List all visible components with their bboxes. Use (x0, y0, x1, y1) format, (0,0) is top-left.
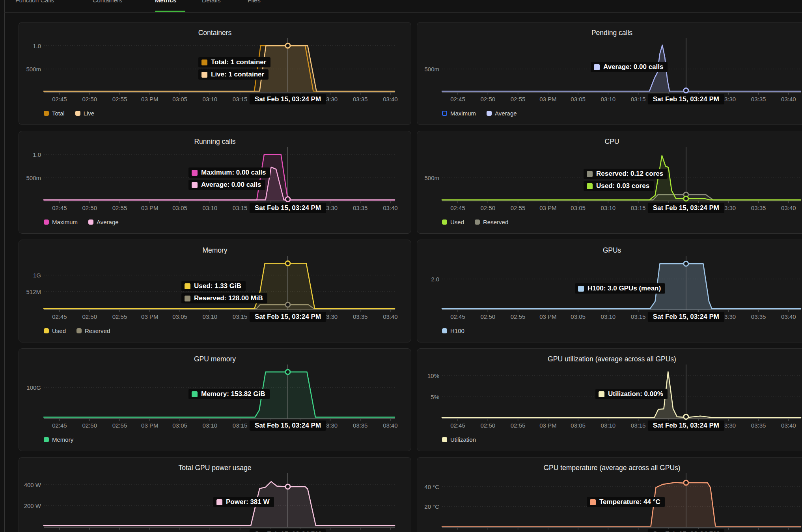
chart-legend: Memory (44, 436, 73, 443)
chart-legend: MaximumAverage (442, 110, 517, 117)
series-swatch (192, 391, 198, 397)
series-tooltip: Utilization: 0.00% (595, 389, 668, 401)
hover-marker (285, 261, 290, 266)
series-swatch (587, 171, 593, 177)
tooltip-row: Used: 1.33 GiB (181, 281, 246, 291)
hover-marker (684, 196, 688, 201)
legend-item-live[interactable]: Live (75, 110, 95, 117)
y-axis-label: 500m (26, 175, 41, 181)
tooltip-row: H100: 3.0 GPUs (mean) (575, 283, 665, 294)
legend-item-total[interactable]: Total (44, 110, 65, 117)
y-axis-label: 5% (431, 393, 439, 400)
y-axis-labels: 400 W200 W (19, 458, 41, 527)
series-swatch (590, 499, 596, 505)
y-axis-label: 40 °C (424, 483, 439, 490)
legend-swatch (44, 437, 49, 442)
tab-function-calls[interactable]: Function Calls (15, 0, 54, 5)
tooltip-row: Average: 0.00 calls (591, 62, 668, 72)
series-swatch (185, 296, 190, 301)
y-axis-labels: 1G512M (19, 240, 41, 310)
series-swatch (578, 286, 584, 292)
legend-item-average[interactable]: Average (487, 110, 517, 117)
legend-item-memory[interactable]: Memory (44, 436, 73, 443)
y-axis-labels: 40 °C20 °C (417, 458, 439, 527)
crosshair-date-tooltip: Sat Feb 15, 03:24 PM (648, 94, 724, 104)
legend-item-h100[interactable]: H100 (442, 327, 464, 334)
y-axis-labels: 2.0 (417, 240, 439, 310)
series-swatch (201, 60, 207, 65)
plot-area[interactable] (442, 349, 801, 426)
series-tooltip: Maximum: 0.00 callsAverage: 0.00 calls (188, 167, 270, 192)
series-swatch (192, 182, 198, 188)
plot-area[interactable] (44, 458, 395, 532)
legend-item-reserved[interactable]: Reserved (76, 327, 110, 334)
series-swatch (594, 64, 600, 70)
series-swatch (185, 283, 190, 289)
page-left-border (4, 0, 5, 532)
y-axis-label: 1G (33, 272, 41, 279)
legend-swatch (442, 219, 447, 225)
tooltip-row: Used: 0.03 cores (584, 181, 654, 191)
series-tooltip: Total: 1 containerLive: 1 container (198, 57, 270, 82)
y-axis-label: 20 °C (424, 503, 439, 510)
legend-swatch (442, 437, 447, 442)
legend-swatch (442, 111, 447, 116)
series-tooltip: Power: 381 W (213, 497, 274, 509)
crosshair-date-tooltip: Sat Feb 15, 03:24 PM (648, 203, 724, 213)
y-axis-labels: 1.0500m (19, 22, 41, 92)
tab-details[interactable]: Details (202, 0, 220, 5)
plot-area[interactable] (442, 458, 801, 532)
legend-swatch (75, 111, 80, 116)
y-axis-label: 1.0 (33, 151, 41, 158)
tab-files[interactable]: Files (248, 0, 261, 5)
chart-card-gpu-utilization: GPU utilization (average across all GPUs… (417, 348, 802, 451)
tab-metrics[interactable]: Metrics (155, 0, 176, 5)
tooltip-row: Utilization: 0.00% (595, 389, 668, 399)
y-axis-labels: 100G (19, 349, 41, 419)
plot-area[interactable] (442, 240, 801, 317)
active-tab-underline (155, 11, 185, 12)
legend-item-used[interactable]: Used (442, 219, 464, 225)
hover-marker (684, 88, 688, 93)
chart-legend: H100 (442, 327, 464, 334)
legend-swatch (487, 111, 492, 116)
y-axis-labels: 1.0500m (19, 131, 41, 201)
legend-swatch (44, 111, 49, 116)
chart-card-gpu-temperature: GPU temperature (average across all GPUs… (417, 457, 802, 532)
y-axis-label: 200 W (24, 502, 41, 509)
plot-area[interactable] (44, 240, 395, 317)
legend-item-reserved[interactable]: Reserved (475, 219, 508, 225)
chart-card-memory: Memory 1G512M 02:4502:5002:5503 PM03:050… (19, 240, 411, 342)
y-axis-label: 100G (26, 384, 41, 391)
series-swatch (201, 72, 207, 78)
chart-card-gpu-memory: GPU memory 100G 02:4502:5002:5503 PM03:0… (19, 348, 411, 451)
chart-legend: UsedReserved (442, 219, 508, 225)
legend-item-maximum[interactable]: Maximum (442, 110, 476, 117)
hover-marker (285, 43, 290, 48)
plot-area[interactable] (44, 349, 395, 426)
legend-item-used[interactable]: Used (44, 327, 66, 334)
tooltip-row: Live: 1 container (198, 69, 269, 80)
chart-legend: TotalLive (44, 110, 94, 117)
legend-item-maximum[interactable]: Maximum (44, 219, 78, 225)
legend-swatch (44, 328, 49, 333)
hover-marker (684, 261, 688, 266)
tooltip-row: Reserved: 0.12 cores (584, 169, 668, 179)
y-axis-label: 400 W (24, 482, 41, 488)
legend-swatch (442, 328, 447, 333)
series-tooltip: Temperature: 44 °C (587, 497, 665, 509)
tab-containers[interactable]: Containers (93, 0, 122, 5)
crosshair-date-tooltip: Sat Feb 15, 03:24 PM (250, 312, 326, 322)
legend-swatch (475, 219, 480, 225)
hover-marker (684, 415, 688, 419)
plot-area[interactable] (442, 22, 801, 100)
tooltip-row: Power: 381 W (213, 497, 274, 507)
y-axis-labels: 500m (417, 22, 439, 92)
chart-legend: Utilization (442, 436, 476, 443)
legend-item-utilization[interactable]: Utilization (442, 436, 476, 443)
chart-card-containers: Containers 1.0500m 02:4502:5002:5503 PM0… (19, 22, 411, 125)
series-tooltip: Used: 1.33 GiBReserved: 128.00 MiB (181, 281, 267, 305)
chart-legend: MaximumAverage (44, 219, 119, 225)
legend-item-average[interactable]: Average (88, 219, 119, 225)
legend-swatch (88, 219, 93, 225)
